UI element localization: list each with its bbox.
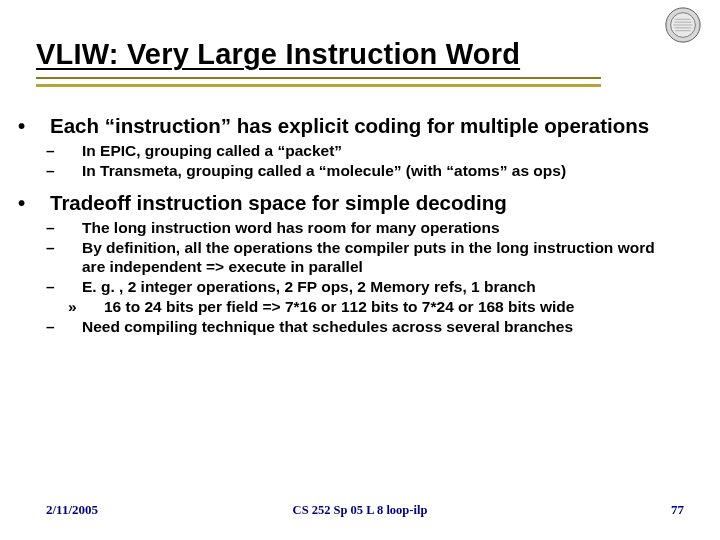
slide-title: VLIW: Very Large Instruction Word <box>36 38 680 71</box>
bullet-1-sub-1: In EPIC, grouping called a “packet” <box>64 142 680 161</box>
slide: VLIW: Very Large Instruction Word Each “… <box>0 0 720 540</box>
footer: 2/11/2005 CS 252 Sp 05 L 8 loop-ilp 77 <box>0 500 720 518</box>
bullet-1: Each “instruction” has explicit coding f… <box>34 114 680 138</box>
bullet-1-sub-2: In Transmeta, grouping called a “molecul… <box>64 162 680 181</box>
title-area: VLIW: Very Large Instruction Word <box>36 38 680 71</box>
bullet-2-sub-3-subs: 16 to 24 bits per field => 7*16 or 112 b… <box>86 298 680 317</box>
bullet-2: Tradeoff instruction space for simple de… <box>34 191 680 215</box>
bullet-2-sub-4: Need compiling technique that schedules … <box>64 318 680 337</box>
bullet-2-sub-1: The long instruction word has room for m… <box>64 219 680 238</box>
bullet-2-subs: The long instruction word has room for m… <box>64 219 680 336</box>
bullet-2-sub-3: E. g. , 2 integer operations, 2 FP ops, … <box>64 278 680 297</box>
title-underline <box>36 77 601 87</box>
footer-page-number: 77 <box>671 502 684 518</box>
bullet-2-sub-3-sub-1: 16 to 24 bits per field => 7*16 or 112 b… <box>86 298 680 317</box>
footer-center: CS 252 Sp 05 L 8 loop-ilp <box>0 503 720 518</box>
bullet-2-sub-2: By definition, all the operations the co… <box>64 239 680 277</box>
bullet-1-subs: In EPIC, grouping called a “packet” In T… <box>64 142 680 181</box>
content-area: Each “instruction” has explicit coding f… <box>34 114 680 347</box>
